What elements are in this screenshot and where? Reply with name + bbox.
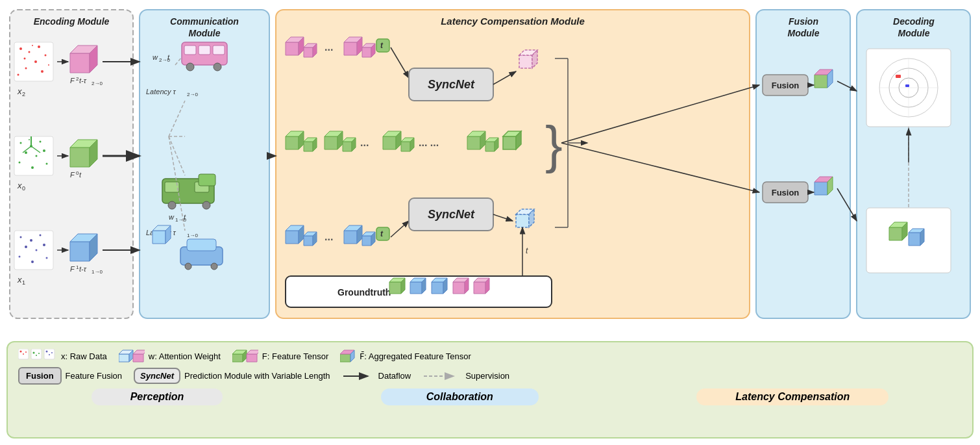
svg-text:Decoding: Decoding: [893, 16, 935, 27]
svg-text:...: ...: [325, 42, 333, 53]
svg-text:...: ...: [325, 231, 333, 242]
svg-point-44: [46, 163, 48, 165]
legend-syncnet-label: Prediction Module with Variable Length: [184, 371, 330, 381]
legend-attention: w: Attention Weight: [119, 349, 221, 363]
legend-raw-data: x: Raw Data: [18, 349, 107, 363]
legend-syncnet-item: SyncNet Prediction Module with Variable …: [134, 368, 330, 384]
svg-marker-200: [453, 282, 465, 294]
svg-point-263: [51, 352, 53, 353]
svg-rect-256: [31, 349, 42, 359]
svg-text:Module: Module: [788, 28, 820, 38]
svg-text:2→0: 2→0: [92, 81, 103, 86]
legend-aggregated: F̄: Aggregated Feature Tensor: [340, 349, 471, 363]
svg-text:...: ...: [360, 137, 369, 148]
main-diagram-svg: Encoding Module Communication Module Lat…: [6, 6, 974, 325]
svg-marker-141: [304, 142, 313, 151]
svg-point-18: [34, 60, 37, 63]
svg-point-258: [36, 355, 37, 356]
svg-text:x: x: [17, 86, 22, 96]
svg-marker-126: [362, 47, 371, 57]
svg-rect-232: [905, 84, 909, 87]
svg-text:Module: Module: [189, 28, 221, 38]
svg-rect-231: [896, 75, 901, 78]
svg-point-15: [29, 51, 31, 53]
svg-point-63: [36, 249, 38, 251]
legend-feature: F: Feature Tensor: [232, 349, 328, 363]
svg-marker-234: [889, 227, 902, 240]
category-collaboration: Collaboration: [381, 388, 539, 405]
svg-point-262: [49, 354, 50, 355]
svg-text:Fusion: Fusion: [772, 81, 800, 90]
category-perception-label: Perception: [130, 391, 184, 402]
svg-marker-197: [432, 282, 443, 294]
svg-point-20: [25, 68, 27, 70]
category-latency: Latency Compensation: [696, 388, 888, 405]
svg-text:Encoding Module: Encoding Module: [34, 16, 110, 27]
legend-syncnet-box: SyncNet: [134, 368, 180, 384]
svg-rect-5: [276, 10, 750, 318]
svg-marker-215: [815, 75, 827, 88]
category-latency-label: Latency Compensation: [735, 391, 850, 402]
svg-point-38: [40, 141, 42, 143]
svg-point-36: [20, 142, 22, 144]
svg-point-43: [31, 166, 34, 169]
svg-marker-237: [909, 233, 920, 246]
svg-rect-180: [376, 227, 389, 240]
legend-aggregated-label: F̄: Aggregated Feature Tensor: [360, 351, 471, 361]
svg-text:SyncNet: SyncNet: [428, 78, 475, 91]
svg-point-19: [45, 55, 47, 57]
svg-point-98: [202, 201, 210, 209]
svg-point-14: [19, 47, 22, 50]
svg-marker-138: [286, 136, 299, 149]
category-collaboration-label: Collaboration: [426, 391, 493, 402]
svg-text:SyncNet: SyncNet: [428, 208, 475, 221]
main-container: Encoding Module Communication Module Lat…: [0, 0, 980, 445]
svg-marker-272: [247, 354, 257, 362]
svg-point-62: [25, 246, 27, 248]
svg-text:2: 2: [22, 91, 25, 97]
svg-point-254: [23, 353, 24, 355]
svg-text:Communication: Communication: [170, 16, 239, 27]
svg-point-16: [38, 45, 40, 48]
svg-point-41: [43, 149, 45, 152]
svg-rect-129: [376, 39, 389, 52]
svg-marker-123: [344, 42, 357, 55]
svg-text:w: w: [153, 53, 158, 61]
svg-text:0: 0: [22, 185, 25, 192]
svg-text:Latency Compensation Module: Latency Compensation Module: [441, 16, 585, 27]
svg-marker-144: [325, 136, 337, 149]
svg-marker-186: [516, 214, 529, 227]
svg-marker-274: [340, 354, 350, 362]
svg-marker-112: [153, 231, 165, 244]
svg-text:1→0: 1→0: [92, 269, 103, 275]
legend-area: x: Raw Data w: Attention Weight: [6, 341, 974, 439]
legend-fusion-box: Fusion: [18, 367, 62, 385]
svg-text:}: }: [545, 116, 563, 173]
svg-marker-264: [119, 354, 129, 362]
svg-rect-96: [199, 174, 215, 186]
svg-marker-164: [503, 136, 516, 149]
svg-text:t-τ: t-τ: [79, 77, 87, 84]
svg-point-253: [20, 351, 22, 353]
svg-text:Groundtruth: Groundtruth: [337, 287, 391, 298]
svg-text:x: x: [17, 275, 22, 285]
svg-marker-174: [344, 231, 357, 244]
svg-text:w: w: [169, 213, 175, 221]
svg-point-257: [33, 352, 35, 354]
svg-text:... ...: ... ...: [419, 137, 439, 148]
svg-point-23: [32, 45, 33, 46]
svg-point-86: [214, 63, 221, 71]
svg-rect-82: [184, 45, 196, 55]
svg-point-66: [31, 261, 34, 263]
svg-point-97: [168, 201, 176, 209]
svg-marker-170: [304, 236, 313, 246]
svg-point-45: [29, 139, 30, 140]
svg-marker-268: [133, 350, 145, 354]
legend-row-2: Fusion Feature Fusion SyncNet Prediction…: [18, 367, 962, 385]
svg-marker-203: [474, 282, 485, 294]
svg-marker-52: [70, 147, 90, 167]
legend-supervision-label: Supervision: [465, 371, 509, 381]
svg-rect-7: [756, 10, 850, 318]
svg-rect-84: [213, 45, 225, 55]
svg-text:Fusion: Fusion: [789, 16, 818, 27]
